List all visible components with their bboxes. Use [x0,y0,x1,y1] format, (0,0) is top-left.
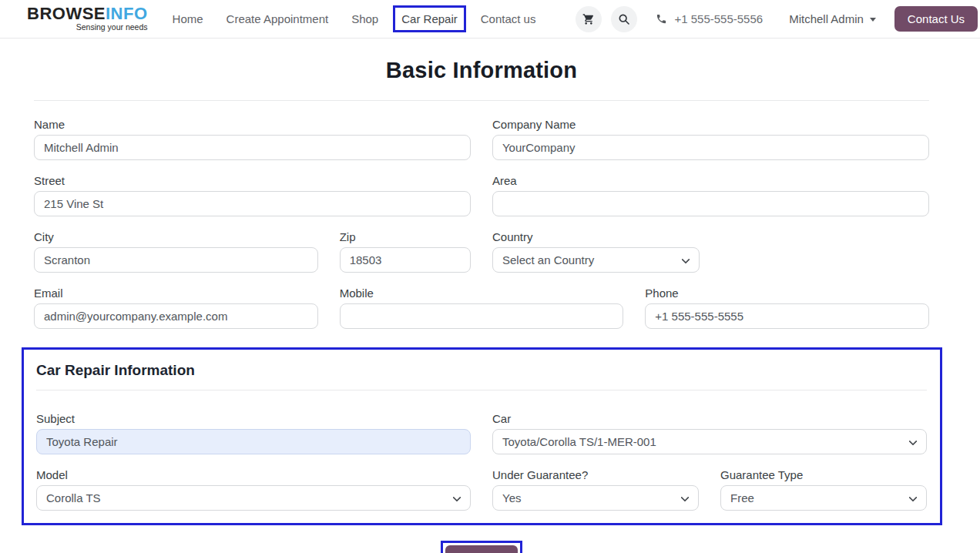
header-phone-number: +1 555-555-5556 [674,12,763,25]
city-input[interactable] [34,247,318,273]
chevron-down-icon [452,493,461,501]
logo-text: BROWSEINFO [27,6,148,22]
nav-item-contact-us[interactable]: Contact us [481,12,536,25]
street-field-group: Street [34,174,471,216]
car-selected-value: Toyota/Corolla TS/1-MER-001 [502,435,656,448]
phone-icon [656,13,667,25]
email-label: Email [34,287,318,300]
row-spacer [721,230,929,273]
cart-icon [582,13,595,25]
contact-us-button[interactable]: Contact Us [894,6,978,32]
email-field-group: Email [34,287,318,329]
main-nav: Home Create Appointment Shop Car Repair … [173,5,536,32]
nav-item-car-repair[interactable]: Car Repair [393,5,466,32]
car-select[interactable]: Toyota/Corolla TS/1-MER-001 [492,429,927,454]
submit-button[interactable]: Submit → [445,545,518,553]
zip-label: Zip [340,230,471,243]
subject-label: Subject [36,412,471,425]
logo[interactable]: BROWSEINFO Sensing your needs [27,6,148,32]
car-field-group: Car Toyota/Corolla TS/1-MER-001 [492,412,927,454]
model-field-group: Model Corolla TS [36,468,471,511]
phone-label: Phone [645,287,929,300]
chevron-down-icon [680,493,689,501]
top-navbar: BROWSEINFO Sensing your needs Home Creat… [0,0,980,39]
search-button[interactable] [611,6,637,32]
car-repair-form: Subject Car Toyota/Corolla TS/1-MER-001 … [36,412,927,511]
header-phone[interactable]: +1 555-555-5556 [656,12,763,25]
submit-row: Submit → [34,541,929,553]
page-title: Basic Information [34,58,929,83]
header-actions: +1 555-555-5556 Mitchell Admin Contact U… [576,6,978,32]
area-field-group: Area [492,174,929,216]
city-field-group: City [34,230,318,273]
under-guarantee-label: Under Guarantee? [492,468,699,481]
under-guarantee-selected-value: Yes [502,491,521,504]
area-label: Area [492,174,929,187]
model-selected-value: Corolla TS [46,491,101,504]
cart-button[interactable] [576,6,602,32]
country-label: Country [492,230,700,243]
chevron-down-icon [908,437,917,445]
main-content: Basic Information Name Company Name Stre… [34,58,929,553]
guarantee-type-select[interactable]: Free [720,485,927,511]
logo-tagline: Sensing your needs [76,22,148,32]
guarantee-type-field-group: Guarantee Type Free [720,468,927,511]
search-icon [618,13,630,25]
section-divider [36,390,927,390]
name-label: Name [34,118,471,131]
guarantee-type-label: Guarantee Type [720,468,927,481]
subject-input[interactable] [36,429,471,454]
phone-input[interactable] [645,303,929,329]
area-input[interactable] [492,191,929,216]
nav-item-create-appointment[interactable]: Create Appointment [227,12,329,25]
chevron-down-icon [870,18,876,22]
email-input[interactable] [34,303,318,329]
model-label: Model [36,468,471,481]
user-name: Mitchell Admin [789,12,864,25]
country-selected-value: Select an Country [502,253,594,266]
car-label: Car [492,412,927,425]
country-select[interactable]: Select an Country [492,247,700,273]
title-divider [34,100,929,101]
submit-highlight-box: Submit → [441,541,522,553]
company-input[interactable] [492,135,929,160]
logo-browse: BROWSE [27,4,106,23]
logo-info: INFO [106,4,148,23]
under-guarantee-select[interactable]: Yes [492,485,699,511]
company-label: Company Name [492,118,929,131]
subject-field-group: Subject [36,412,471,454]
phone-field-group: Phone [645,287,929,329]
name-field-group: Name [34,118,471,160]
car-repair-section: Car Repair Information Subject Car Toyot… [22,347,942,525]
user-dropdown[interactable]: Mitchell Admin [789,12,876,25]
under-guarantee-field-group: Under Guarantee? Yes [492,468,699,511]
zip-field-group: Zip [340,230,471,273]
chevron-down-icon [908,493,917,501]
nav-item-home[interactable]: Home [173,12,203,25]
street-label: Street [34,174,471,187]
model-select[interactable]: Corolla TS [36,485,471,511]
guarantee-type-selected-value: Free [730,491,754,504]
mobile-label: Mobile [340,287,624,300]
company-field-group: Company Name [492,118,929,160]
name-input[interactable] [34,135,471,160]
country-field-group: Country Select an Country [492,230,700,273]
basic-info-form: Name Company Name Street Area City Zip C… [34,118,929,329]
street-input[interactable] [34,191,471,216]
nav-item-shop[interactable]: Shop [351,12,378,25]
city-label: City [34,230,318,243]
chevron-down-icon [682,255,690,263]
mobile-input[interactable] [340,303,624,329]
zip-input[interactable] [340,247,471,273]
mobile-field-group: Mobile [340,287,624,329]
car-repair-section-title: Car Repair Information [36,362,927,379]
